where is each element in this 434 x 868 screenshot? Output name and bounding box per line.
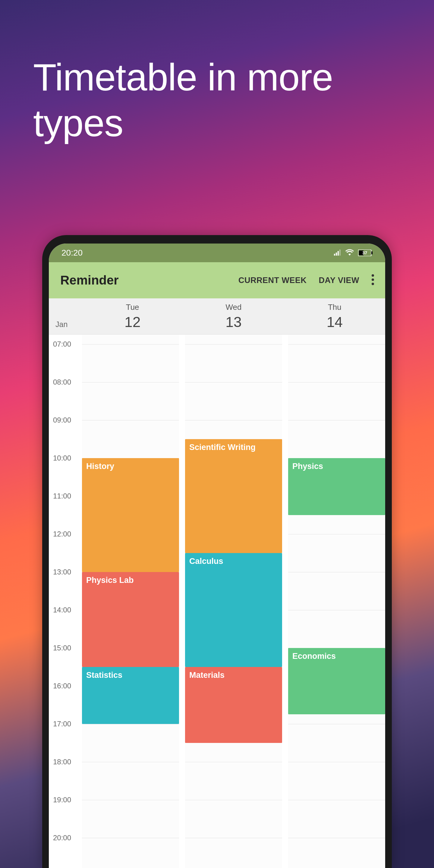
day-header-tue[interactable]: Tue 12 (82, 303, 183, 330)
hour-line (82, 382, 179, 382)
hour-line (288, 344, 385, 344)
day-header-wed[interactable]: Wed 13 (183, 303, 284, 330)
time-label: 20:00 (53, 834, 71, 842)
svg-rect-0 (334, 254, 335, 255)
wifi-icon (345, 248, 354, 258)
battery-icon: 37 (358, 250, 373, 256)
time-label: 11:00 (53, 492, 71, 500)
promo-title: Timetable in more types (33, 54, 410, 146)
svg-point-7 (372, 274, 374, 277)
time-label: 14:00 (53, 606, 71, 614)
svg-point-9 (372, 283, 374, 285)
time-label: 18:00 (53, 758, 71, 766)
status-time: 20:20 (61, 248, 83, 258)
time-label: 13:00 (53, 568, 71, 576)
time-label: 17:00 (53, 720, 71, 728)
schedule-grid[interactable]: 07:0008:0009:0010:0011:0012:0013:0014:00… (49, 335, 385, 868)
hour-line (185, 420, 282, 421)
day-view-button[interactable]: DAY VIEW (313, 276, 365, 285)
grid-area: HistoryPhysics LabStatistics Scientific … (82, 335, 385, 868)
overflow-menu-icon[interactable] (365, 274, 377, 287)
svg-rect-3 (339, 250, 341, 255)
svg-rect-2 (338, 251, 339, 255)
event-block[interactable]: Calculus (185, 553, 282, 667)
phone-screen: 20:20 37 Reminder CURRENT WEEK DAY VIEW (49, 244, 385, 868)
current-week-button[interactable]: CURRENT WEEK (232, 276, 313, 285)
day-column-tue[interactable]: HistoryPhysics LabStatistics (82, 335, 179, 868)
status-icons: 37 (334, 248, 373, 258)
day-name: Tue (82, 303, 183, 312)
svg-rect-1 (336, 253, 337, 255)
day-name: Wed (183, 303, 284, 312)
event-block[interactable]: History (82, 458, 179, 572)
hour-line (288, 724, 385, 724)
day-number: 12 (82, 314, 183, 330)
signal-icon (334, 248, 341, 258)
day-column-thu[interactable]: PhysicsEconomics (288, 335, 385, 868)
time-label: 09:00 (53, 416, 71, 424)
battery-level: 37 (362, 250, 367, 255)
event-block[interactable]: Materials (185, 667, 282, 743)
day-column-wed[interactable]: Scientific WritingCalculusMaterials (185, 335, 282, 868)
hour-line (288, 610, 385, 610)
event-block[interactable]: Economics (288, 648, 385, 715)
day-header-row: Jan Tue 12 Wed 13 Thu 14 (49, 299, 385, 335)
day-number: 14 (284, 314, 385, 330)
hour-line (288, 382, 385, 382)
hour-line (288, 762, 385, 762)
time-label: 15:00 (53, 644, 71, 652)
hour-line (185, 762, 282, 762)
time-label: 19:00 (53, 796, 71, 804)
hour-line (82, 724, 179, 724)
hour-line (288, 800, 385, 800)
event-block[interactable]: Physics Lab (82, 572, 179, 667)
time-label: 12:00 (53, 530, 71, 538)
svg-point-8 (372, 278, 374, 281)
app-bar: Reminder CURRENT WEEK DAY VIEW (49, 262, 385, 299)
phone-frame: 20:20 37 Reminder CURRENT WEEK DAY VIEW (42, 235, 392, 868)
day-name: Thu (284, 303, 385, 312)
hour-line (82, 420, 179, 421)
time-label: 08:00 (53, 378, 71, 386)
hour-line (82, 762, 179, 762)
time-column: 07:0008:0009:0010:0011:0012:0013:0014:00… (49, 335, 82, 868)
hour-line (185, 344, 282, 344)
hour-line (82, 344, 179, 344)
event-block[interactable]: Statistics (82, 667, 179, 724)
status-bar: 20:20 37 (49, 244, 385, 262)
time-label: 16:00 (53, 682, 71, 690)
app-title: Reminder (60, 273, 232, 287)
time-label: 07:00 (53, 340, 71, 348)
hour-line (288, 572, 385, 572)
time-label: 10:00 (53, 454, 71, 462)
event-block[interactable]: Scientific Writing (185, 439, 282, 553)
hour-line (185, 382, 282, 382)
svg-rect-5 (371, 251, 373, 254)
hour-line (288, 534, 385, 534)
hour-line (288, 420, 385, 421)
hour-line (185, 800, 282, 800)
day-number: 13 (183, 314, 284, 330)
day-header-thu[interactable]: Thu 14 (284, 303, 385, 330)
event-block[interactable]: Physics (288, 458, 385, 515)
month-label: Jan (49, 320, 82, 334)
hour-line (82, 800, 179, 800)
